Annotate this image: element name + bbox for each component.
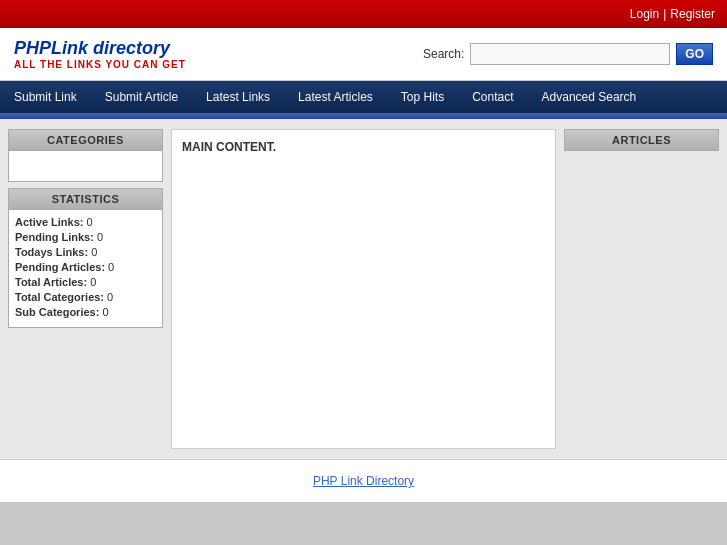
stat-label: Todays Links: xyxy=(15,246,88,258)
nav-item-top-hits[interactable]: Top Hits xyxy=(387,81,458,113)
stat-label: Sub Categories: xyxy=(15,306,99,318)
articles-header: ARTICLES xyxy=(564,129,719,151)
stat-item: Total Articles: 0 xyxy=(15,276,156,288)
bottom-area xyxy=(0,502,727,545)
stat-label: Total Articles: xyxy=(15,276,87,288)
right-sidebar: ARTICLES xyxy=(564,129,719,449)
statistics-content: Active Links: 0Pending Links: 0Todays Li… xyxy=(9,210,162,327)
search-input[interactable] xyxy=(470,43,670,65)
header: PHPLink directory ALL THE LINKS YOU CAN … xyxy=(0,28,727,81)
stat-label: Pending Links: xyxy=(15,231,94,243)
nav-item-advanced-search[interactable]: Advanced Search xyxy=(528,81,651,113)
top-bar: Login | Register xyxy=(0,0,727,28)
login-link[interactable]: Login xyxy=(630,7,659,21)
nav-item-contact[interactable]: Contact xyxy=(458,81,527,113)
nav-item-latest-articles[interactable]: Latest Articles xyxy=(284,81,387,113)
logo-subtitle: ALL THE LINKS YOU CAN GET xyxy=(14,59,186,70)
stat-item: Active Links: 0 xyxy=(15,216,156,228)
stat-label: Total Categories: xyxy=(15,291,104,303)
categories-header: CATEGORIES xyxy=(9,130,162,151)
search-area: Search: GO xyxy=(423,43,713,65)
logo-title: PHPLink directory xyxy=(14,38,186,59)
statistics-header: STATISTICS xyxy=(9,189,162,210)
stat-item: Sub Categories: 0 xyxy=(15,306,156,318)
stat-item: Pending Links: 0 xyxy=(15,231,156,243)
stat-label: Pending Articles: xyxy=(15,261,105,273)
stat-item: Todays Links: 0 xyxy=(15,246,156,258)
stat-label: Active Links: xyxy=(15,216,83,228)
stat-item: Total Categories: 0 xyxy=(15,291,156,303)
stat-item: Pending Articles: 0 xyxy=(15,261,156,273)
footer: PHP Link Directory xyxy=(0,459,727,502)
main-content-text: MAIN CONTENT. xyxy=(182,140,276,154)
footer-link[interactable]: PHP Link Directory xyxy=(313,474,414,488)
navbar: Submit LinkSubmit ArticleLatest LinksLat… xyxy=(0,81,727,113)
separator: | xyxy=(663,7,666,21)
categories-box: CATEGORIES xyxy=(8,129,163,182)
statistics-box: STATISTICS Active Links: 0Pending Links:… xyxy=(8,188,163,328)
nav-item-latest-links[interactable]: Latest Links xyxy=(192,81,284,113)
left-sidebar: CATEGORIES STATISTICS Active Links: 0Pen… xyxy=(8,129,163,449)
center-content: MAIN CONTENT. xyxy=(171,129,556,449)
nav-item-submit-article[interactable]: Submit Article xyxy=(91,81,192,113)
main-wrapper: CATEGORIES STATISTICS Active Links: 0Pen… xyxy=(0,119,727,459)
logo: PHPLink directory ALL THE LINKS YOU CAN … xyxy=(14,38,186,70)
register-link[interactable]: Register xyxy=(670,7,715,21)
search-label: Search: xyxy=(423,47,464,61)
categories-content xyxy=(9,151,162,181)
search-button[interactable]: GO xyxy=(676,43,713,65)
nav-item-submit-link[interactable]: Submit Link xyxy=(0,81,91,113)
